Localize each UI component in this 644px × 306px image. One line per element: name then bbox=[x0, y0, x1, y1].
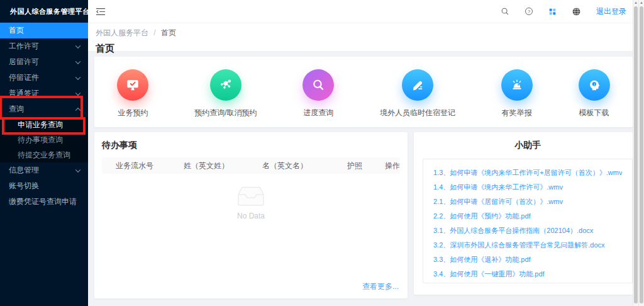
sidebar-menu: 首页 工作许可 居留许可 停留证件 普通签证 查询 bbox=[0, 23, 88, 210]
sidebar-item-label: 普通签证 bbox=[9, 88, 39, 99]
empty-text: No Data bbox=[237, 212, 265, 220]
helper-link[interactable]: 3.2、深圳市外国人综合服务管理平台常见问题解答.docx bbox=[433, 241, 622, 250]
sidebar-item-stay-certificate[interactable]: 停留证件 bbox=[0, 70, 88, 86]
chevron-down-icon bbox=[75, 74, 80, 79]
sidebar-item-payment-voucher-apply[interactable]: 缴费凭证号查询申请 bbox=[0, 194, 88, 210]
todo-card: 待办事项 业务流水号 姓（英文姓） 名（英文名） 护照 操作 No Data bbox=[94, 132, 408, 298]
logout-link[interactable]: 退出登录 bbox=[596, 6, 626, 17]
shortcut-label: 预约查询/取消预约 bbox=[194, 108, 257, 118]
shortcuts-card: 业务预约 bbox=[94, 57, 633, 127]
sidebar-item-residence-permit[interactable]: 居留许可 bbox=[0, 54, 88, 70]
shortcut-temporary-accommodation[interactable]: 境外人员临时住宿登记 bbox=[380, 69, 455, 118]
submenu-item-apply-query[interactable]: 申请业务查询 bbox=[0, 117, 88, 132]
sidebar-item-label: 信息管理 bbox=[9, 165, 39, 176]
sidebar-item-label: 停留证件 bbox=[9, 72, 39, 83]
apps-grid-icon[interactable] bbox=[548, 8, 557, 16]
board-check-icon bbox=[117, 69, 148, 101]
shortcut-label: 模板下载 bbox=[579, 108, 609, 118]
todo-table-header: 业务流水号 姓（英文姓） 名（英文名） 护照 操作 bbox=[102, 157, 400, 174]
chevron-down-icon bbox=[75, 59, 80, 64]
sidebar: 外国人综合服务管理平台 首页 工作许可 居留许可 停留证件 普通签证 bbox=[0, 0, 88, 306]
sidebar-item-home[interactable]: 首页 bbox=[0, 23, 88, 38]
page-content: 业务预约 bbox=[88, 52, 644, 298]
search-icon[interactable] bbox=[501, 7, 509, 16]
sidebar-item-account-switch[interactable]: 账号切换 bbox=[0, 178, 88, 194]
shortcut-label: 业务预约 bbox=[118, 108, 148, 118]
submenu-item-pending-submit-query[interactable]: 待提交业务查询 bbox=[0, 147, 88, 162]
chevron-down-icon bbox=[75, 43, 80, 48]
help-icon[interactable]: ? bbox=[525, 7, 533, 16]
column-serial-number: 业务流水号 bbox=[102, 161, 184, 171]
breadcrumb-current: 首页 bbox=[161, 28, 176, 37]
helper-link[interactable]: 2.1、如何申请《居留许可（首次）》.wmv bbox=[433, 197, 622, 207]
head-info-icon: i bbox=[579, 69, 610, 101]
scroll-up-arrow-icon[interactable]: ▲ bbox=[639, 0, 644, 6]
app-logo: 外国人综合服务管理平台 bbox=[0, 0, 88, 23]
scrollbar-outer[interactable]: ▲ bbox=[638, 0, 644, 306]
helper-link[interactable]: 3.1、外国人综合服务平台操作指南（202104）.docx bbox=[433, 226, 622, 235]
topbar-actions: ? bbox=[501, 6, 644, 17]
shortcut-appointment-query-cancel[interactable]: 预约查询/取消预约 bbox=[194, 69, 257, 118]
chevron-down-icon bbox=[75, 90, 80, 95]
helper-title: 小助手 bbox=[423, 140, 633, 151]
shortcut-template-download[interactable]: i 模板下载 bbox=[579, 69, 610, 118]
menu-fold-icon[interactable] bbox=[96, 8, 106, 16]
topbar: ? bbox=[88, 0, 644, 23]
column-passport: 护照 bbox=[347, 161, 385, 171]
page-header: 外国人服务平台 / 首页 首页 bbox=[88, 23, 644, 52]
alarm-icon bbox=[501, 69, 533, 101]
sidebar-item-ordinary-visa[interactable]: 普通签证 bbox=[0, 86, 88, 101]
sidebar-item-label: 缴费凭证号查询申请 bbox=[9, 196, 77, 207]
shortcut-label: 进度查询 bbox=[303, 108, 333, 118]
helper-card: 小助手 1.3、如何申请《境内来华工作许可+居留许可（首次）》.wmv 1.4、… bbox=[414, 132, 641, 295]
main-area: ? bbox=[88, 0, 644, 306]
helper-link[interactable]: 3.4、如何使用《一键重用》功能.pdf bbox=[433, 269, 622, 279]
content-row: 待办事项 业务流水号 姓（英文姓） 名（英文名） 护照 操作 No Data bbox=[94, 132, 633, 298]
sidebar-item-info-management[interactable]: 信息管理 bbox=[0, 162, 88, 178]
chevron-up-icon bbox=[75, 107, 80, 112]
breadcrumb-root[interactable]: 外国人服务平台 bbox=[96, 28, 148, 37]
shortcut-label: 有奖举报 bbox=[502, 108, 532, 118]
globe-icon[interactable] bbox=[572, 7, 581, 16]
magnifier-icon bbox=[303, 69, 334, 101]
empty-state: No Data bbox=[102, 185, 400, 220]
breadcrumb-separator: / bbox=[153, 28, 155, 37]
sidebar-item-label: 查询 bbox=[9, 104, 24, 115]
view-more-link[interactable]: 查看更多... bbox=[362, 281, 399, 292]
helper-link[interactable]: 2.2、如何使用《预约》功能.pdf bbox=[433, 212, 622, 221]
scrollbar-thumb[interactable] bbox=[640, 6, 643, 303]
submenu-item-label: 待办事项查询 bbox=[18, 135, 63, 145]
svg-text:?: ? bbox=[528, 9, 530, 14]
app-title: 外国人综合服务管理平台 bbox=[10, 7, 90, 16]
shortcut-business-appointment[interactable]: 业务预约 bbox=[117, 69, 148, 118]
helper-link[interactable]: 1.4、如何申请《境内来华工作许可》.wmv bbox=[433, 183, 622, 192]
scrollbar-thumb[interactable] bbox=[634, 6, 638, 303]
sidebar-item-label: 居留许可 bbox=[9, 57, 39, 67]
scroll-up-arrow-icon[interactable]: ▲ bbox=[633, 0, 638, 6]
submenu-item-todo-query[interactable]: 待办事项查询 bbox=[0, 132, 88, 147]
sidebar-item-query[interactable]: 查询 bbox=[0, 101, 88, 117]
sidebar-item-work-permit[interactable]: 工作许可 bbox=[0, 38, 88, 54]
helper-link[interactable]: 3.3、如何使用《退补》功能.pdf bbox=[433, 255, 622, 264]
shortcut-label: 境外人员临时住宿登记 bbox=[380, 108, 455, 118]
sidebar-item-label: 工作许可 bbox=[9, 41, 39, 52]
screen: 外国人综合服务管理平台 首页 工作许可 居留许可 停留证件 普通签证 bbox=[0, 0, 644, 306]
helper-link[interactable]: 1.3、如何申请《境内来华工作许可+居留许可（首次）》.wmv bbox=[433, 168, 622, 178]
submenu-item-label: 申请业务查询 bbox=[18, 120, 63, 130]
submenu-item-label: 待提交业务查询 bbox=[18, 150, 70, 161]
column-operation: 操作 bbox=[385, 161, 400, 171]
helper-links-box: 1.3、如何申请《境内来华工作许可+居留许可（首次）》.wmv 1.4、如何申请… bbox=[423, 159, 633, 283]
column-surname: 姓（英文姓） bbox=[184, 161, 262, 171]
chevron-down-icon bbox=[75, 167, 80, 172]
scrollbar-inner[interactable]: ▲ bbox=[633, 0, 638, 306]
column-given-name: 名（英文名） bbox=[262, 161, 347, 171]
todo-title: 待办事项 bbox=[102, 140, 400, 151]
pencil-icon bbox=[402, 69, 433, 101]
query-submenu: 申请业务查询 待办事项查询 待提交业务查询 bbox=[0, 117, 88, 162]
sidebar-item-label: 首页 bbox=[9, 25, 24, 36]
shortcut-reward-report[interactable]: 有奖举报 bbox=[501, 69, 533, 118]
molecule-icon bbox=[210, 69, 242, 101]
breadcrumb: 外国人服务平台 / 首页 bbox=[96, 28, 644, 38]
shortcut-progress-query[interactable]: 进度查询 bbox=[303, 69, 334, 118]
empty-inbox-icon bbox=[236, 185, 265, 207]
